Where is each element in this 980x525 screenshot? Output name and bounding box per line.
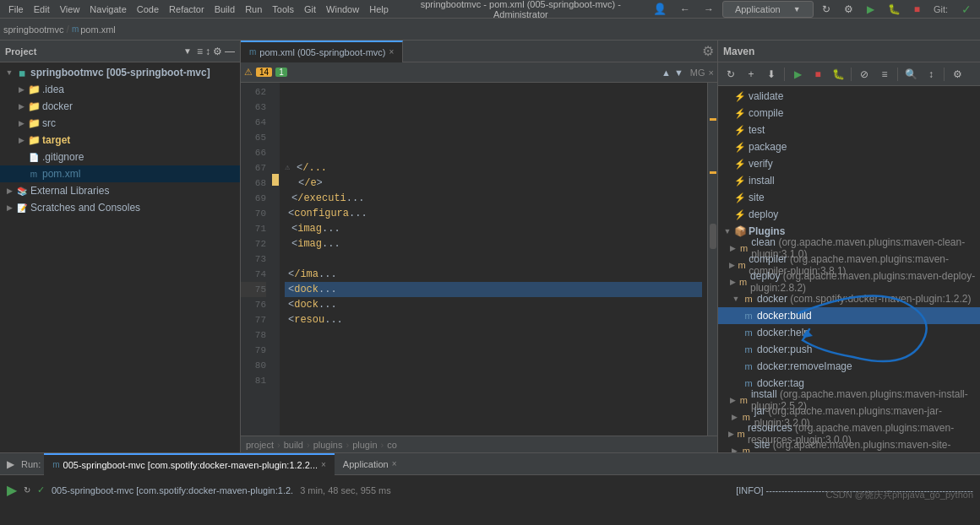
run-icon-bottom: ▶ [3,458,18,470]
maven-item-docker-push[interactable]: m docker:push [718,341,980,358]
minimize-icon[interactable]: — [225,46,235,57]
tree-item-pomxml[interactable]: m pom.xml [0,165,240,182]
maven-profiles-btn[interactable]: ≡ [875,66,894,83]
tree-label-target: target [42,134,70,146]
tree-label-extlibs: External Libraries [30,185,109,197]
bottom-tab-app-close[interactable]: × [392,459,397,468]
maven-item-test[interactable]: ⚡ test [718,122,980,138]
panel-dropdown-icon[interactable]: ▼ [183,46,192,56]
code-line-77: <resou... [285,312,702,327]
maven-stop-btn[interactable]: ■ [808,66,827,83]
breadcrumb-plugins[interactable]: plugins [313,440,343,450]
tree-item-scratches[interactable]: ▶ 📝 Scratches and Consoles [0,199,240,216]
menu-edit[interactable]: Edit [29,3,55,16]
tree-item-gitignore[interactable]: 📄 .gitignore [0,149,240,165]
run-icon[interactable]: ▶ [862,2,879,17]
nav-up-icon[interactable]: ▲ [662,68,671,78]
gear-icon[interactable]: ⚙ [213,46,222,57]
run-config-button[interactable]: Application ▼ [722,1,814,18]
refresh-icon[interactable]: ↻ [817,2,836,17]
springbootmvc-link[interactable]: springbootmvc [3,24,64,35]
menu-file[interactable]: File [3,3,29,16]
breadcrumb-project[interactable]: project [246,440,274,450]
maven-debug-btn[interactable]: 🐛 [829,66,847,83]
stop-icon[interactable]: ■ [909,2,925,17]
debug-icon[interactable]: 🐛 [883,2,906,17]
bottom-run-btn[interactable]: ▶ [7,482,17,498]
maven-item-deploy[interactable]: ⚡ deploy [718,206,980,223]
breadcrumb-build[interactable]: build [284,440,303,450]
maven-label-site: site [749,192,765,203]
collapse-icon[interactable]: ≡ [197,46,203,57]
menu-navigate[interactable]: Navigate [84,3,131,16]
back-icon[interactable]: ← [675,2,695,17]
maven-item-docker-help[interactable]: m docker:help [718,324,980,341]
bottom-rerun-icon[interactable]: ↻ [24,485,30,495]
nav-down-icon[interactable]: ▼ [674,68,683,78]
maven-item-package[interactable]: ⚡ package [718,138,980,155]
forward-icon[interactable]: → [699,2,719,17]
breadcrumb-plugin[interactable]: plugin [352,440,377,450]
maven-skip-tests-btn[interactable]: ⊘ [855,66,874,83]
menu-run[interactable]: Run [240,3,267,16]
maven-item-site[interactable]: ⚡ site [718,189,980,206]
maven-item-docker-build[interactable]: m docker:build [718,307,980,324]
project-panel-title: Project [5,46,178,57]
maven-settings-btn[interactable]: ⚙ [948,66,966,83]
menu-tools[interactable]: Tools [267,3,299,16]
tree-item-src[interactable]: ▶ 📁 src [0,115,240,132]
sort-icon[interactable]: ↕ [205,46,210,57]
maven-collapse-btn[interactable]: ↕ [922,66,940,83]
editor-split-icon[interactable]: ⚙ [699,43,717,59]
tab-pomxml-icon: m [249,47,256,57]
bottom-tab-application[interactable]: Application × [335,453,406,475]
run-label-bottom: Run: [18,459,44,469]
code-line-80 [285,358,702,373]
maven-item-docker[interactable]: ▼ m docker (com.spotify:docker-maven-plu… [718,290,980,307]
maven-label-install: install [749,175,775,187]
maven-item-validate[interactable]: ⚡ validate [718,88,980,105]
scrollbar-thumb[interactable] [710,224,716,249]
maven-add-btn[interactable]: + [742,66,760,83]
menu-view[interactable]: View [55,3,85,16]
editor-scrollbar[interactable] [707,83,717,436]
maven-item-compile[interactable]: ⚡ compile [718,105,980,122]
pom-xml-link[interactable]: pom.xml [80,24,116,35]
user-icon[interactable]: 👤 [648,1,672,17]
menu-window[interactable]: Window [321,3,364,16]
tab-close-icon[interactable]: × [389,47,395,57]
maven-item-install[interactable]: ⚡ install [718,172,980,189]
plugin-icon-compiler: m [737,260,747,270]
maven-separator-2 [851,68,852,81]
bottom-tab-docker-close[interactable]: × [321,460,326,469]
maven-refresh-btn[interactable]: ↻ [721,66,740,83]
menu-build[interactable]: Build [210,3,240,16]
maven-download-btn[interactable]: ⬇ [762,66,781,83]
menu-help[interactable]: Help [364,3,394,16]
bottom-panel: ▶ Run: m 005-springboot-mvc [com.spotify… [0,452,980,505]
maven-separator-3 [897,68,898,81]
breadcrumb-sep1: / [64,24,72,35]
maven-item-docker-removeimage[interactable]: m docker:removeImage [718,358,980,375]
menu-refactor[interactable]: Refactor [164,3,210,16]
tree-item-idea[interactable]: ▶ 📁 .idea [0,81,240,98]
git-label: Git: [928,3,953,16]
editor-tab-pomxml[interactable]: m pom.xml (005-springboot-mvc) × [241,41,403,62]
maven-item-verify[interactable]: ⚡ verify [718,155,980,172]
maven-filter-btn[interactable]: 🔍 [901,66,920,83]
close-toolbar-icon[interactable]: × [709,68,714,78]
menu-git[interactable]: Git [299,3,321,16]
code-area[interactable]: ⚠ </... </e> </executi... <configura... … [280,83,707,436]
menu-code[interactable]: Code [132,3,164,16]
maven-run-btn[interactable]: ▶ [788,66,807,83]
breadcrumb-co[interactable]: co [387,440,397,450]
maven-item-deploy-plugin[interactable]: ▶ m deploy (org.apache.maven.plugins:mav… [718,273,980,290]
tree-item-target[interactable]: ▶ 📁 target [0,132,240,149]
settings-icon[interactable]: ⚙ [839,2,858,17]
mg-icon: MG [690,68,705,78]
tree-item-docker[interactable]: ▶ 📁 docker [0,98,240,115]
maven-item-site-plugin[interactable]: ▶ m site (org.apache.maven.plugins:maven… [718,442,980,452]
bottom-tab-docker[interactable]: m 005-springboot-mvc [com.spotify:docker… [44,453,335,475]
tree-item-extlibs[interactable]: ▶ 📚 External Libraries [0,182,240,199]
tree-item-root[interactable]: ▼ ◼ springbootmvc [005-springboot-mvc] [0,64,240,81]
